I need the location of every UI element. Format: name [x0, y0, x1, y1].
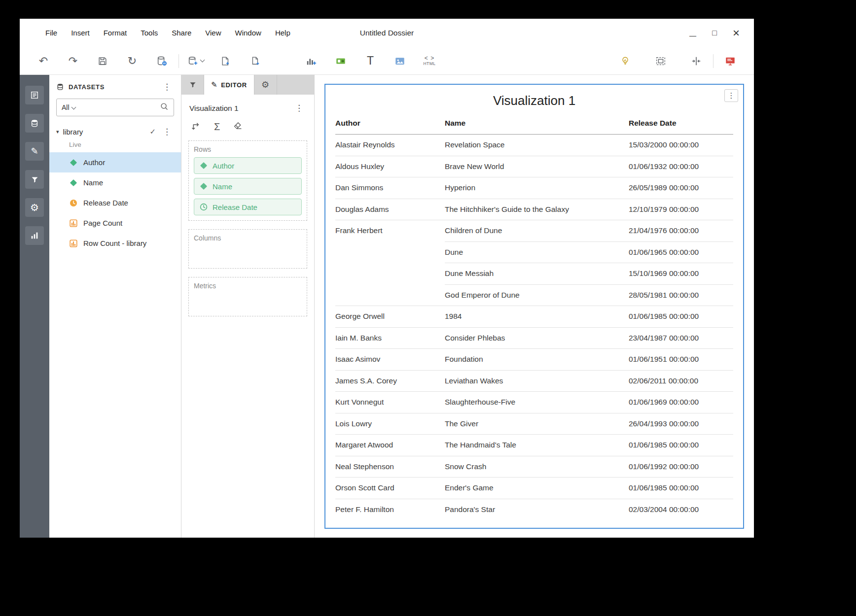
menu-file[interactable]: File: [38, 19, 64, 47]
table-row[interactable]: Neal Stephenson Snow Crash 01/06/1992 00…: [335, 456, 733, 478]
search-filter-dropdown[interactable]: All: [62, 103, 70, 111]
visualization-menu-button[interactable]: ⋮: [292, 102, 306, 114]
add-chapter-button[interactable]: [244, 51, 266, 71]
tab-filter[interactable]: [181, 75, 204, 95]
collapse-panels-button[interactable]: [685, 51, 707, 71]
dataset-field[interactable]: Author: [49, 152, 181, 172]
refresh-button[interactable]: ↻: [121, 51, 143, 71]
visualization-container[interactable]: ⋮ Visualization 1 Author Name Release Da…: [324, 84, 744, 529]
table-row[interactable]: Peter F. Hamilton Pandora's Star 02/03/2…: [335, 499, 733, 520]
table-row[interactable]: Isaac Asimov Foundation 01/06/1951 00:00…: [335, 349, 733, 371]
zone-chip[interactable]: Name: [194, 178, 302, 195]
zone-chip[interactable]: Author: [194, 157, 302, 174]
table-row[interactable]: Dune Messiah 15/10/1969 00:00:00: [335, 263, 733, 285]
eraser-icon: [233, 121, 243, 131]
tab-properties[interactable]: ⚙: [254, 75, 277, 95]
table-row[interactable]: Douglas Adams The Hitchhiker's Guide to …: [335, 199, 733, 220]
tab-editor[interactable]: ✎ EDITOR: [204, 75, 254, 95]
presentation-mode-button[interactable]: [719, 51, 741, 71]
cell-name: Ender's Game: [445, 478, 629, 499]
menu-share[interactable]: Share: [165, 19, 198, 47]
table-row[interactable]: Aldous Huxley Brave New World 01/06/1932…: [335, 156, 733, 177]
dataset-field[interactable]: Row Count - library: [49, 233, 181, 253]
rail-visualizations-button[interactable]: [25, 226, 44, 245]
insert-image-button[interactable]: [389, 51, 411, 71]
cell-author: [335, 284, 445, 306]
header-name[interactable]: Name: [445, 115, 629, 135]
menu-help[interactable]: Help: [268, 19, 297, 47]
dataset-tree-item[interactable]: ▾ library ✓ ⋮: [49, 122, 181, 141]
rail-format-button[interactable]: ✎: [25, 142, 44, 161]
cell-date: 01/06/1992 00:00:00: [629, 456, 733, 478]
cell-date: 01/06/1985 00:00:00: [629, 306, 733, 328]
dataset-search-bar[interactable]: All: [56, 99, 174, 116]
cell-name: Children of Dune: [445, 220, 629, 242]
insert-text-button[interactable]: T: [359, 51, 381, 71]
minimize-button[interactable]: —: [682, 23, 704, 43]
table-row[interactable]: James S.A. Corey Leviathan Wakes 02/06/2…: [335, 370, 733, 392]
table-row[interactable]: God Emperor of Dune 28/05/1981 00:00:00: [335, 284, 733, 306]
dataset-field[interactable]: Name: [49, 172, 181, 193]
insights-button[interactable]: [614, 51, 636, 71]
table-row[interactable]: Orson Scott Card Ender's Game 01/06/1985…: [335, 478, 733, 499]
cell-date: 15/10/1969 00:00:00: [629, 263, 733, 285]
close-button[interactable]: ×: [725, 23, 747, 43]
visualization-name-row: Visualization 1 ⋮: [181, 95, 314, 116]
menu-tools[interactable]: Tools: [134, 19, 165, 47]
rail-filter-button[interactable]: [25, 170, 44, 189]
visualization-options-button[interactable]: ⋮: [724, 89, 738, 102]
insert-filter-panel-button[interactable]: [330, 51, 352, 71]
cell-name: Pandora's Star: [445, 499, 629, 520]
maximize-button[interactable]: □: [704, 23, 725, 43]
rail-datasets-button[interactable]: [25, 114, 44, 133]
menu-insert[interactable]: Insert: [64, 19, 97, 47]
redo-button[interactable]: ↷: [62, 51, 84, 71]
menu-format[interactable]: Format: [97, 19, 134, 47]
header-release-date[interactable]: Release Date: [629, 115, 733, 135]
clear-all-button[interactable]: [233, 121, 243, 133]
layout-templates-button[interactable]: [650, 51, 672, 71]
table-row[interactable]: Dune 01/06/1965 00:00:00: [335, 241, 733, 263]
database-plus-icon: [187, 56, 198, 67]
swap-axes-button[interactable]: [191, 121, 201, 133]
totals-button[interactable]: Σ: [214, 121, 220, 133]
table-row[interactable]: Kurt Vonnegut Slaughterhouse-Five 01/06/…: [335, 392, 733, 413]
expand-caret-icon[interactable]: ▾: [56, 129, 59, 135]
rail-settings-button[interactable]: ⚙: [25, 198, 44, 217]
columns-drop-zone[interactable]: Columns: [188, 229, 307, 269]
cell-author: James S.A. Corey: [335, 370, 445, 392]
field-label: Page Count: [83, 219, 122, 227]
save-button[interactable]: [92, 51, 113, 71]
insert-visualization-button[interactable]: [300, 51, 322, 71]
table-row[interactable]: Margaret Atwood The Handmaid's Tale 01/0…: [335, 435, 733, 456]
metrics-drop-zone[interactable]: Metrics: [188, 277, 307, 316]
dataset-field[interactable]: Page Count: [49, 213, 181, 233]
cell-date: 26/05/1989 00:00:00: [629, 177, 733, 199]
filter-icon: [31, 175, 39, 184]
data-source-status-button[interactable]: [151, 51, 173, 71]
dataset-field[interactable]: Release Date: [49, 193, 181, 213]
search-button[interactable]: [160, 102, 169, 113]
zone-chip[interactable]: Release Date: [194, 199, 302, 215]
insert-html-button[interactable]: < > HTML: [419, 51, 440, 71]
table-row[interactable]: George Orwell 1984 01/06/1985 00:00:00: [335, 306, 733, 328]
add-page-button[interactable]: [214, 51, 236, 71]
rail-contents-button[interactable]: [25, 86, 44, 104]
table-row[interactable]: Alastair Reynolds Revelation Space 15/03…: [335, 135, 733, 156]
dataset-menu-button[interactable]: ⋮: [160, 126, 174, 138]
table-row[interactable]: Frank Herbert Children of Dune 21/04/197…: [335, 220, 733, 242]
add-data-button[interactable]: [185, 51, 207, 71]
table-row[interactable]: Lois Lowry The Giver 26/04/1993 00:00:00: [335, 413, 733, 435]
header-author[interactable]: Author: [335, 115, 445, 135]
table-row[interactable]: Iain M. Banks Consider Phlebas 23/04/198…: [335, 327, 733, 349]
cell-date: 01/06/1985 00:00:00: [629, 478, 733, 499]
editor-panel: ✎ EDITOR ⚙ Visualization 1 ⋮ Σ: [181, 75, 315, 538]
menu-view[interactable]: View: [198, 19, 228, 47]
chip-label: Author: [213, 162, 234, 170]
datasets-menu-button[interactable]: ⋮: [160, 81, 174, 93]
table-row[interactable]: Dan Simmons Hyperion 26/05/1989 00:00:00: [335, 177, 733, 199]
attribute-icon: [69, 180, 78, 185]
rows-drop-zone[interactable]: Rows Author Name Release Date: [188, 140, 307, 221]
menu-window[interactable]: Window: [228, 19, 268, 47]
undo-button[interactable]: ↶: [33, 51, 54, 71]
